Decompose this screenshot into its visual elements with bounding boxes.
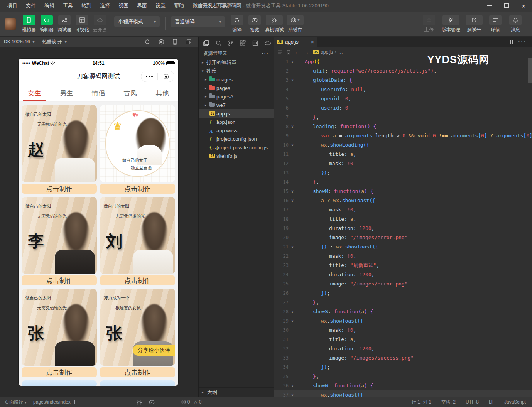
split-editor-icon[interactable] [508, 40, 513, 44]
files-icon[interactable] [203, 40, 209, 46]
device-zoom-select[interactable]: DK 100% 16▾ [0, 39, 38, 44]
editor-toggle[interactable]: 编辑器 [39, 15, 54, 33]
hot-reload-select[interactable]: 热重载 开▾ [38, 39, 70, 45]
detail-button[interactable]: 详情 [488, 15, 503, 33]
line-gutter[interactable]: 7 [274, 113, 299, 122]
page-path-label[interactable]: 页面路径 [5, 399, 23, 405]
share-button[interactable]: 分享给小伙伴 [133, 345, 175, 356]
menu-item-8[interactable]: 界面 [133, 1, 150, 10]
editor-more-button[interactable]: ··· [518, 39, 527, 46]
menu-item-2[interactable]: 文件 [22, 1, 39, 10]
card-image[interactable]: 做自己的太阳无需凭借谁的光赵 [22, 105, 97, 182]
language-mode[interactable]: JavaScript [504, 399, 526, 405]
encoding[interactable]: UTF-8 [466, 399, 479, 405]
make-button[interactable]: 点击制作 [100, 184, 175, 194]
card-image[interactable]: 努力成为一个很哇塞的女孩张分享给小伙伴 [100, 289, 175, 366]
debug-icon[interactable] [136, 400, 142, 405]
line-gutter[interactable]: 37∨ [274, 390, 299, 397]
make-button[interactable]: 点击制作 [100, 367, 175, 377]
menu-item-7[interactable]: 视图 [115, 1, 132, 10]
visualizer-toggle[interactable]: 可视化 [75, 15, 90, 33]
line-gutter[interactable]: 6 [274, 103, 299, 113]
compile-button[interactable]: 编译 [230, 15, 244, 33]
source-control-icon[interactable] [228, 40, 233, 46]
close-button[interactable]: × [515, 0, 532, 12]
outline-list-icon[interactable] [278, 50, 283, 54]
indent-setting[interactable]: 空格: 2 [441, 399, 456, 405]
fold-chevron-icon[interactable]: ∨ [289, 187, 296, 196]
status-more-button[interactable]: ··· [162, 399, 169, 405]
fold-chevron-icon[interactable]: ∨ [289, 381, 296, 390]
explorer-more-button[interactable]: ··· [262, 51, 269, 56]
menu-item-1[interactable]: 项目 [4, 1, 21, 10]
make-button[interactable]: 点击制作 [100, 275, 175, 285]
version-manage-button[interactable]: 版本管理 [442, 15, 460, 33]
capsule-menu[interactable] [141, 71, 174, 82]
cursor-position[interactable]: 行 1, 列 1 [412, 399, 431, 405]
remote-debug-button[interactable]: 真机调试 [265, 15, 284, 33]
line-gutter[interactable]: 3∨ [274, 76, 299, 85]
file-item-app-json[interactable]: {..}app.json [199, 118, 274, 126]
close-target-icon[interactable] [158, 74, 174, 79]
search-icon[interactable] [216, 40, 221, 46]
make-button[interactable]: 点击制作 [22, 367, 97, 377]
line-gutter[interactable]: 26 [274, 289, 299, 298]
restart-icon[interactable] [145, 39, 150, 44]
line-gutter[interactable]: 35 [274, 372, 299, 381]
line-gutter[interactable]: 19 [274, 224, 299, 233]
menu-item-6[interactable]: 选择 [96, 1, 113, 10]
code-editor[interactable]: 1∨App({2util: require("we7/resource/js/u… [274, 57, 532, 397]
fold-chevron-icon[interactable]: ∨ [289, 140, 296, 150]
line-gutter[interactable]: 31 [274, 335, 299, 344]
breadcrumb-symbol[interactable]: … [338, 49, 343, 55]
file-item-app-wxss[interactable]: ʒapp.wxss [199, 126, 274, 135]
menu-item-9[interactable]: 设置 [152, 1, 169, 10]
line-gutter[interactable]: 4 [274, 85, 299, 94]
menu-item-4[interactable]: 工具 [59, 1, 76, 10]
line-gutter[interactable]: 25 [274, 279, 299, 289]
line-gutter[interactable]: 36∨ [274, 381, 299, 390]
file-item-pages[interactable]: ▸pages [199, 84, 274, 92]
file-item-project-config-json[interactable]: {..}project.config.json [199, 135, 274, 143]
file-item-pagesA[interactable]: ▸pagesA [199, 92, 274, 101]
line-gutter[interactable]: 34 [274, 363, 299, 372]
test-account-button[interactable]: 测试号 [466, 15, 483, 33]
line-gutter[interactable]: 22 [274, 252, 299, 261]
record-icon[interactable] [159, 39, 164, 45]
fold-chevron-icon[interactable]: ∨ [289, 390, 296, 397]
menu-item-3[interactable]: 编辑 [41, 1, 58, 10]
close-tab-icon[interactable]: × [311, 39, 314, 45]
fold-chevron-icon[interactable]: ∨ [289, 307, 296, 316]
line-gutter[interactable]: 23 [274, 261, 299, 270]
line-gutter[interactable]: 2 [274, 66, 299, 76]
line-gutter[interactable]: 11 [274, 150, 299, 159]
file-item-we7[interactable]: ▸we7 [199, 101, 274, 109]
line-gutter[interactable]: 30 [274, 326, 299, 335]
file-item-app-js[interactable]: JSapp.js [199, 109, 274, 118]
file-item-images[interactable]: ▸images [199, 75, 274, 84]
card-image[interactable]: 做自己的太阳无需凭借谁的光张 [22, 289, 97, 366]
line-gutter[interactable]: 1∨ [274, 57, 299, 66]
line-gutter[interactable]: 27 [274, 298, 299, 307]
line-gutter[interactable]: 8∨ [274, 122, 299, 131]
eol-setting[interactable]: LF [489, 399, 494, 405]
bookmark-icon[interactable] [287, 50, 290, 55]
card-image[interactable]: 做自己的太阳无需凭借谁的光李 [22, 197, 97, 274]
line-gutter[interactable]: 29∨ [274, 316, 299, 326]
editor-scrollbar[interactable] [528, 58, 532, 83]
line-gutter[interactable]: 18 [274, 214, 299, 224]
menu-item-10[interactable]: 帮助 [171, 1, 187, 10]
open-editors-section[interactable]: ▸打开的编辑器 [199, 58, 274, 67]
fold-chevron-icon[interactable]: ∨ [289, 242, 296, 252]
fold-chevron-icon[interactable]: ∨ [289, 122, 296, 131]
line-gutter[interactable]: 14 [274, 177, 299, 187]
menu-item-11[interactable]: 微信开发者工具 [189, 1, 231, 10]
fold-chevron-icon[interactable]: ∨ [289, 196, 296, 205]
line-gutter[interactable]: 16∨ [274, 196, 299, 205]
make-button[interactable]: 点击制作 [22, 184, 97, 194]
extensions-icon[interactable] [240, 40, 246, 46]
phone-tab-2[interactable]: 男生 [51, 85, 83, 101]
line-gutter[interactable]: 13 [274, 168, 299, 177]
phone-tab-3[interactable]: 情侣 [83, 85, 115, 101]
phone-tab-1[interactable]: 女生 [19, 85, 51, 101]
